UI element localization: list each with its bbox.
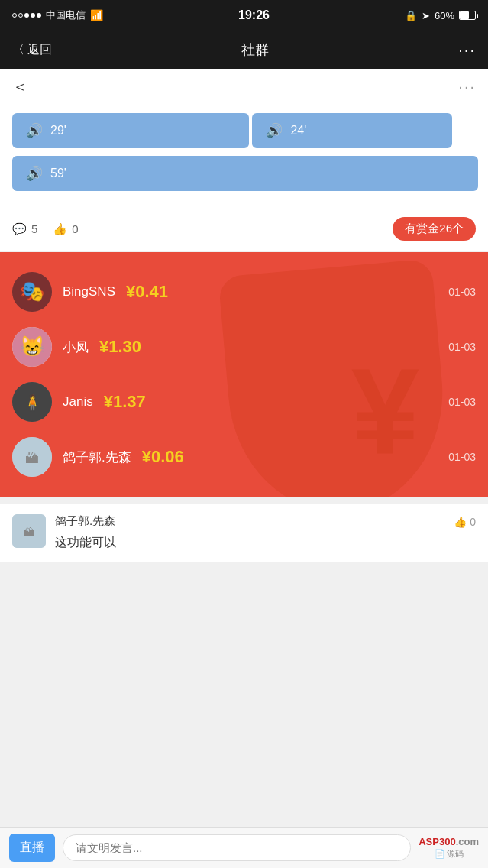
- comment-item-1: 🏔 鸽子郭.先森 👍 0 这功能可以: [12, 514, 476, 552]
- voice-message-2[interactable]: 🔊 24': [252, 113, 452, 148]
- dot3: [24, 13, 29, 18]
- comment-like-count: 0: [470, 516, 476, 528]
- like-icon: 👍: [53, 222, 67, 236]
- sub-more-button[interactable]: ···: [458, 78, 476, 96]
- source-icon: 📄: [435, 849, 445, 859]
- sub-header: ＜ ···: [0, 69, 488, 105]
- nav-bar: 〈 返回 社群 ···: [0, 31, 488, 69]
- dot4: [31, 13, 35, 18]
- carrier-label: 中国电信: [46, 8, 86, 22]
- sub-back-button[interactable]: ＜: [12, 76, 27, 97]
- status-left: 中国电信 📶: [12, 8, 103, 22]
- voice-message-3[interactable]: 🔊 59': [12, 156, 478, 191]
- re-info-2: 小凤 ¥1.30 01-03: [63, 337, 476, 357]
- nav-back-button[interactable]: 〈 返回: [12, 42, 52, 58]
- voice-message-1[interactable]: 🔊 29': [12, 113, 249, 148]
- back-chevron-icon: 〈: [12, 42, 24, 58]
- svg-text:🏔: 🏔: [24, 526, 34, 538]
- back-label: 返回: [27, 42, 52, 58]
- time-display: 19:26: [238, 8, 270, 22]
- location-icon: ➤: [422, 10, 430, 21]
- reaction-left: 💬 5 👍 0: [12, 222, 79, 236]
- like-button[interactable]: 👍 0: [53, 222, 78, 236]
- wifi-icon: 📶: [90, 9, 103, 21]
- battery-icon: [459, 11, 476, 20]
- re-amount-2: ¥1.30: [99, 337, 141, 357]
- comment-icon: 💬: [12, 222, 27, 236]
- re-list-item[interactable]: 😸 小凤 ¥1.30 01-03: [0, 319, 488, 374]
- re-info-1: BingSNS ¥0.41 01-03: [63, 282, 476, 302]
- reward-badge-button[interactable]: 有赏金26个: [393, 217, 476, 241]
- more-button[interactable]: ···: [458, 41, 476, 59]
- re-info-3: Janis ¥1.37 01-03: [63, 392, 476, 412]
- avatar-xiaofeng: 😸: [12, 327, 52, 367]
- comment-avatar-1: 🏔: [12, 514, 46, 548]
- status-bar: 中国电信 📶 19:26 🔒 ➤ 60%: [0, 0, 488, 31]
- thumb-up-icon: 👍: [454, 516, 467, 528]
- re-list-item[interactable]: 🏔 鸽子郭.先森 ¥0.06 01-03: [0, 429, 488, 484]
- speaker-icon-2: 🔊: [266, 122, 283, 139]
- voice-duration-1: 29': [50, 124, 66, 138]
- speaker-icon-3: 🔊: [26, 165, 43, 182]
- like-count: 0: [72, 222, 78, 235]
- comment-section: 🏔 鸽子郭.先森 👍 0 这功能可以: [0, 503, 488, 562]
- sub-more-icon: ···: [458, 78, 476, 95]
- re-amount-1: ¥0.41: [126, 282, 168, 302]
- comment-text-1: 这功能可以: [55, 533, 476, 552]
- re-amount-3: ¥1.37: [104, 392, 146, 412]
- reaction-bar: 💬 5 👍 0 有赏金26个: [0, 209, 488, 252]
- live-button[interactable]: 直播: [9, 834, 55, 862]
- comment-count: 5: [31, 222, 37, 235]
- comment-body-1: 鸽子郭.先森 👍 0 这功能可以: [55, 514, 476, 552]
- sub-chevron-icon: ＜: [12, 78, 27, 95]
- re-name-2: 小凤: [63, 338, 89, 356]
- re-info-4: 鸽子郭.先森 ¥0.06 01-03: [63, 447, 476, 467]
- dot1: [12, 13, 17, 18]
- voice-messages-container: 🔊 29' 🔊 24' 🔊 59': [0, 105, 488, 209]
- re-date-2: 01-03: [448, 341, 476, 353]
- re-name-1: BingSNS: [63, 284, 115, 300]
- re-date-1: 01-03: [448, 286, 476, 298]
- comment-input[interactable]: [63, 834, 411, 861]
- lock-icon: 🔒: [405, 10, 417, 21]
- comment-like-button[interactable]: 👍 0: [454, 516, 476, 528]
- dot5: [37, 13, 41, 18]
- svg-text:🏔: 🏔: [25, 451, 39, 466]
- voice-duration-3: 59': [50, 167, 66, 180]
- re-date-4: 01-03: [448, 451, 476, 463]
- battery-fill: [460, 11, 469, 19]
- re-name-4: 鸽子郭.先森: [63, 449, 131, 466]
- comment-button[interactable]: 💬 5: [12, 222, 37, 236]
- re-amount-4: ¥0.06: [142, 447, 184, 467]
- page-title: 社群: [241, 40, 269, 59]
- signal-dots: [12, 13, 41, 18]
- comment-header-1: 鸽子郭.先森 👍 0: [55, 514, 476, 529]
- section-divider: [0, 497, 488, 503]
- avatar-geiziguo: 🏔: [12, 437, 52, 477]
- speaker-icon-1: 🔊: [26, 122, 43, 139]
- voice-duration-2: 24': [290, 124, 306, 138]
- dot2: [18, 13, 23, 18]
- red-envelope-section: ¥ 🎭 BingSNS ¥0.41 01-03 😸 小凤 ¥1.30 01-03: [0, 252, 488, 497]
- bottom-bar: 直播 ASP300.com 📄 源码: [0, 827, 488, 868]
- watermark-sub: 📄 源码: [435, 848, 464, 860]
- watermark-logo: ASP300.com: [419, 836, 479, 848]
- svg-text:🎭: 🎭: [20, 279, 45, 303]
- comment-author-1: 鸽子郭.先森: [55, 514, 115, 529]
- re-list-item[interactable]: 🧍 Janis ¥1.37 01-03: [0, 374, 488, 429]
- re-date-3: 01-03: [448, 396, 476, 408]
- re-list-item[interactable]: 🎭 BingSNS ¥0.41 01-03: [0, 264, 488, 319]
- status-right: 🔒 ➤ 60%: [405, 10, 476, 21]
- avatar-bingsns: 🎭: [12, 272, 52, 312]
- battery-label: 60%: [435, 10, 454, 21]
- svg-text:😸: 😸: [20, 334, 45, 358]
- svg-text:🧍: 🧍: [23, 394, 42, 412]
- avatar-janis: 🧍: [12, 382, 52, 422]
- re-name-3: Janis: [63, 394, 93, 410]
